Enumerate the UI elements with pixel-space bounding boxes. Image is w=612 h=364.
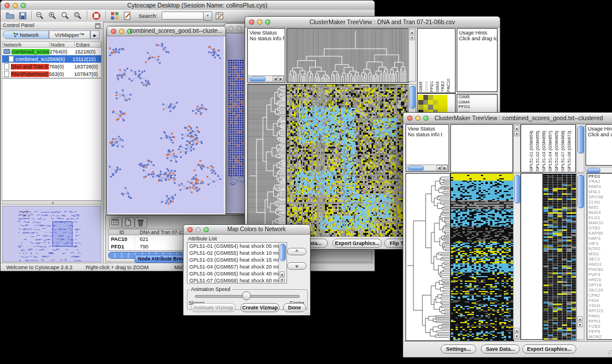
network-row[interactable]: DNA and Tran 07769(0)183728(0) [2, 63, 101, 70]
network-row[interactable]: combined_scores_2764(0)16218(0) [2, 48, 101, 55]
matrix-cell[interactable] [428, 95, 433, 100]
matrix-cell[interactable] [443, 105, 448, 110]
array-label[interactable]: GPL51-02 (GSM855) [536, 126, 542, 171]
matrix-cell[interactable] [428, 100, 433, 105]
gene-label[interactable]: SEC1 [587, 256, 612, 262]
export-graphics-button[interactable]: Export Graphics... [522, 344, 576, 354]
minimize-button[interactable] [415, 116, 420, 121]
gene-label[interactable]: TCB3 [587, 324, 612, 329]
move-down-button[interactable]: v [287, 262, 307, 270]
network-row[interactable]: RNAPuberNov2+563(0)107847(0) [2, 70, 101, 78]
close-button[interactable] [5, 3, 10, 8]
attribute-table-icon[interactable] [109, 217, 122, 228]
gene-label[interactable]: YRA1 [587, 179, 612, 184]
gene-label[interactable]: RNR4 [587, 184, 612, 189]
create-vizmap-button[interactable]: Create Vizmap [240, 303, 280, 312]
matrix-cell[interactable] [433, 100, 438, 105]
tv2-heatmap[interactable] [450, 173, 514, 341]
array-label[interactable]: PAC10 [446, 30, 452, 92]
attribute-list-item[interactable]: GPL51-02 (GSM855) heat shock 10 min [188, 250, 286, 256]
attribute-list-item[interactable]: GPL51-06 (GSM865) heat shock 40 min [188, 270, 286, 277]
tv2-top-scrollbar[interactable]: ▲▼ [513, 124, 521, 173]
attribute-list-item[interactable]: GPL51-07 (GSM868) heat shock 60 min [188, 277, 286, 283]
array-label[interactable]: GPL51-08 (GSM872) [567, 126, 573, 171]
done-button[interactable]: Done [283, 303, 306, 312]
gene-label[interactable]: BUD4 [587, 210, 612, 215]
gene-label[interactable]: SEC24 [587, 288, 612, 293]
matrix-cell[interactable] [418, 105, 423, 110]
matrix-cell[interactable] [428, 105, 433, 110]
minimize-button[interactable] [196, 227, 201, 232]
search-input[interactable] [162, 12, 205, 20]
gene-label[interactable]: NTR2 [587, 246, 612, 251]
save-icon[interactable] [18, 11, 28, 21]
gene-label[interactable]: PAN1 [587, 313, 612, 319]
export-graphics-button[interactable]: Export Graphics... [332, 239, 382, 248]
network-row[interactable]: combined_sco2569(6)13112(15) [2, 55, 101, 63]
matrix-cell[interactable] [438, 100, 443, 105]
matrix-cell[interactable] [433, 105, 438, 110]
gene-label[interactable]: PEP5 [587, 329, 612, 334]
tv2-row-dendrogram[interactable] [406, 173, 450, 341]
matrix-cell[interactable] [443, 100, 448, 105]
minimize-button[interactable] [257, 20, 262, 25]
minimize-button[interactable] [13, 3, 18, 8]
help-lifering-icon[interactable] [91, 11, 101, 21]
resize-grip[interactable] [303, 308, 309, 315]
zoom-fit-icon[interactable] [60, 11, 70, 21]
overview-viewport-rect[interactable] [52, 221, 72, 247]
tab-overflow-button[interactable]: ▶ [90, 30, 100, 39]
tab-vizmapper[interactable]: VizMapper™ [49, 30, 90, 39]
zoom-selected-icon[interactable] [73, 11, 83, 21]
tv1-top-scrollbar[interactable]: ▲▼ [408, 28, 416, 82]
gene-label[interactable]: CPA2 [587, 293, 612, 298]
attribute-list-item[interactable]: GPL51-01 (GSM854) heat shock 05 min [188, 243, 286, 250]
gene-label[interactable]: GTB1 [587, 225, 612, 231]
col-id[interactable]: ID [109, 229, 135, 235]
network-graph-canvas[interactable] [108, 36, 224, 213]
tv2-status-scrollbar[interactable] [408, 166, 424, 171]
annotation-icon[interactable] [123, 11, 132, 21]
array-label[interactable]: GPL51-03 (GSM856) [542, 126, 548, 171]
delete-attribute-icon[interactable] [135, 217, 147, 228]
attribute-list-item[interactable]: GPL51-04 (GSM857) heat shock 20 min [188, 263, 286, 270]
matrix-cell[interactable] [423, 105, 429, 110]
matrix-cell[interactable] [438, 105, 443, 110]
tv2-heatmap-vscrollbar[interactable]: ▲▼ [513, 173, 521, 340]
matrix-cell[interactable] [438, 95, 443, 100]
gene-label[interactable]: FIG4 [587, 298, 612, 303]
treeview2-titlebar[interactable]: ClusterMaker TreeView : combined_scores_… [403, 113, 612, 124]
zoom-out-icon[interactable] [35, 11, 45, 21]
gene-label[interactable]: HRD3 [587, 277, 612, 282]
gene-label[interactable]: SPC98 [587, 194, 612, 200]
new-attribute-icon[interactable] [122, 217, 135, 228]
array-label[interactable]: GPL51-06 (GSM865) [554, 126, 561, 171]
array-label[interactable]: GIM5 [419, 30, 424, 92]
tv1-heatmap[interactable] [286, 84, 409, 237]
network-view-titlebar[interactable]: combined_scores_good.txt--cluste... [107, 26, 225, 36]
search-options-icon[interactable] [215, 11, 224, 21]
animation-slider-thumb[interactable] [242, 292, 251, 300]
col-network[interactable]: Network [2, 42, 49, 47]
settings-button[interactable]: Settings... [441, 344, 476, 354]
gene-label[interactable]: ELG1 [587, 215, 612, 220]
array-label[interactable]: GPL51-01 (GSM854) [529, 126, 536, 171]
array-label[interactable]: PFD1 [430, 30, 435, 92]
gene-label[interactable]: RPO21 [587, 308, 612, 313]
tv2-zoom-heatmap[interactable] [543, 174, 577, 340]
node-attribute-icon[interactable] [110, 11, 120, 21]
resize-grip[interactable] [608, 350, 612, 357]
tab-network[interactable]: Network [3, 30, 49, 39]
tv1-column-dendrogram[interactable] [286, 28, 409, 83]
tv1-status-scrollbar[interactable] [250, 76, 266, 82]
close-button[interactable] [111, 29, 116, 34]
move-up-button[interactable]: ^ [287, 248, 307, 255]
minimize-button[interactable] [119, 29, 124, 34]
network-overview-panel[interactable] [2, 206, 101, 262]
matrix-cell[interactable] [418, 100, 423, 105]
matrix-cell[interactable] [443, 95, 448, 100]
matrix-cell[interactable] [418, 95, 423, 100]
gene-label[interactable]: GPI16 [587, 282, 612, 288]
float-panel-icon[interactable] [95, 23, 101, 29]
gene-label[interactable]: PHO81 [587, 267, 612, 272]
